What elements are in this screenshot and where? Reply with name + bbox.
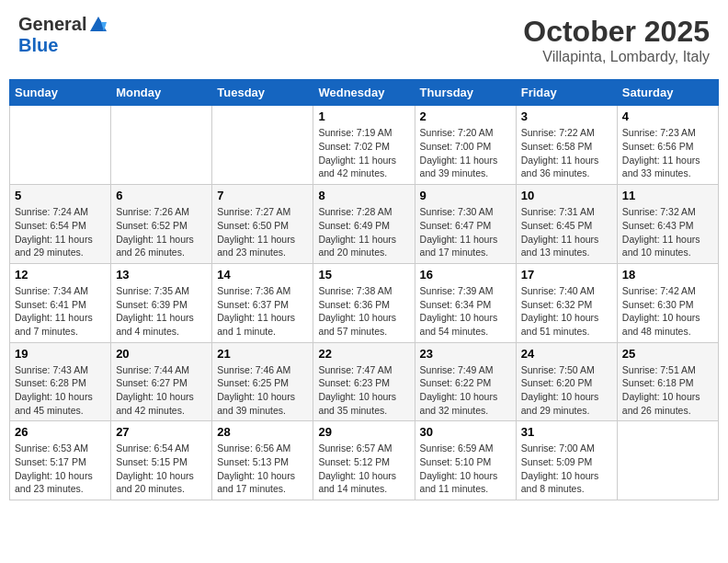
calendar-cell: 13Sunrise: 7:35 AMSunset: 6:39 PMDayligh…	[111, 263, 212, 342]
calendar-week-row: 12Sunrise: 7:34 AMSunset: 6:41 PMDayligh…	[10, 263, 719, 342]
weekday-header: Thursday	[415, 80, 516, 106]
calendar-cell: 31Sunrise: 7:00 AMSunset: 5:09 PMDayligh…	[516, 421, 617, 500]
weekday-header-row: SundayMondayTuesdayWednesdayThursdayFrid…	[10, 80, 719, 106]
calendar-cell: 27Sunrise: 6:54 AMSunset: 5:15 PMDayligh…	[111, 421, 212, 500]
day-number: 23	[420, 347, 511, 361]
day-number: 19	[15, 347, 106, 361]
day-number: 30	[420, 425, 511, 439]
day-number: 28	[217, 425, 308, 439]
logo: General Blue	[18, 14, 108, 56]
calendar-cell: 19Sunrise: 7:43 AMSunset: 6:28 PMDayligh…	[10, 342, 111, 421]
calendar: SundayMondayTuesdayWednesdayThursdayFrid…	[9, 79, 719, 500]
weekday-header: Friday	[516, 80, 617, 106]
calendar-cell: 23Sunrise: 7:49 AMSunset: 6:22 PMDayligh…	[415, 342, 516, 421]
day-info: Sunrise: 7:31 AMSunset: 6:45 PMDaylight:…	[521, 205, 612, 259]
weekday-header: Monday	[111, 80, 212, 106]
day-number: 16	[420, 268, 511, 282]
calendar-cell: 26Sunrise: 6:53 AMSunset: 5:17 PMDayligh…	[10, 421, 111, 500]
day-info: Sunrise: 7:38 AMSunset: 6:36 PMDaylight:…	[318, 284, 409, 339]
calendar-cell: 20Sunrise: 7:44 AMSunset: 6:27 PMDayligh…	[111, 342, 212, 421]
day-info: Sunrise: 7:19 AMSunset: 7:02 PMDaylight:…	[318, 126, 409, 180]
calendar-cell: 4Sunrise: 7:23 AMSunset: 6:56 PMDaylight…	[617, 106, 718, 185]
calendar-cell	[212, 106, 313, 185]
location-title: Villapinta, Lombardy, Italy	[523, 49, 710, 65]
day-number: 24	[521, 347, 612, 361]
day-info: Sunrise: 7:22 AMSunset: 6:58 PMDaylight:…	[521, 126, 612, 180]
day-info: Sunrise: 7:50 AMSunset: 6:20 PMDaylight:…	[521, 363, 612, 418]
day-number: 17	[521, 268, 612, 282]
day-number: 31	[521, 425, 612, 439]
calendar-body: 1Sunrise: 7:19 AMSunset: 7:02 PMDaylight…	[10, 106, 719, 500]
calendar-cell: 24Sunrise: 7:50 AMSunset: 6:20 PMDayligh…	[516, 342, 617, 421]
calendar-cell: 6Sunrise: 7:26 AMSunset: 6:52 PMDaylight…	[111, 185, 212, 264]
day-number: 2	[420, 109, 511, 123]
calendar-cell: 28Sunrise: 6:56 AMSunset: 5:13 PMDayligh…	[212, 421, 313, 500]
day-number: 12	[15, 268, 106, 282]
day-info: Sunrise: 6:56 AMSunset: 5:13 PMDaylight:…	[217, 442, 308, 496]
day-number: 5	[15, 189, 106, 202]
day-number: 15	[318, 268, 409, 282]
day-number: 8	[318, 189, 409, 202]
day-number: 20	[116, 347, 207, 361]
weekday-header: Sunday	[10, 80, 111, 106]
day-number: 1	[318, 109, 409, 123]
day-number: 6	[116, 189, 207, 202]
day-number: 27	[116, 425, 207, 439]
day-number: 29	[318, 425, 409, 439]
calendar-cell: 3Sunrise: 7:22 AMSunset: 6:58 PMDaylight…	[516, 106, 617, 185]
calendar-week-row: 19Sunrise: 7:43 AMSunset: 6:28 PMDayligh…	[10, 342, 719, 421]
day-info: Sunrise: 7:30 AMSunset: 6:47 PMDaylight:…	[420, 205, 511, 259]
day-number: 22	[318, 347, 409, 361]
calendar-cell: 7Sunrise: 7:27 AMSunset: 6:50 PMDaylight…	[212, 185, 313, 264]
weekday-header: Saturday	[617, 80, 718, 106]
calendar-cell: 8Sunrise: 7:28 AMSunset: 6:49 PMDaylight…	[313, 185, 415, 264]
calendar-cell	[617, 421, 718, 500]
calendar-cell: 2Sunrise: 7:20 AMSunset: 7:00 PMDaylight…	[415, 106, 516, 185]
calendar-cell: 15Sunrise: 7:38 AMSunset: 6:36 PMDayligh…	[313, 263, 415, 342]
calendar-cell: 1Sunrise: 7:19 AMSunset: 7:02 PMDaylight…	[313, 106, 415, 185]
day-info: Sunrise: 7:46 AMSunset: 6:25 PMDaylight:…	[217, 363, 308, 418]
day-info: Sunrise: 7:47 AMSunset: 6:23 PMDaylight:…	[318, 363, 409, 418]
calendar-week-row: 26Sunrise: 6:53 AMSunset: 5:17 PMDayligh…	[10, 421, 719, 500]
day-info: Sunrise: 7:26 AMSunset: 6:52 PMDaylight:…	[116, 205, 207, 259]
day-info: Sunrise: 6:53 AMSunset: 5:17 PMDaylight:…	[15, 442, 106, 496]
day-number: 10	[521, 189, 612, 202]
day-info: Sunrise: 6:57 AMSunset: 5:12 PMDaylight:…	[318, 442, 409, 496]
calendar-week-row: 5Sunrise: 7:24 AMSunset: 6:54 PMDaylight…	[10, 185, 719, 264]
day-info: Sunrise: 7:42 AMSunset: 6:30 PMDaylight:…	[622, 284, 713, 339]
calendar-cell: 30Sunrise: 6:59 AMSunset: 5:10 PMDayligh…	[415, 421, 516, 500]
day-info: Sunrise: 7:35 AMSunset: 6:39 PMDaylight:…	[116, 284, 207, 339]
day-number: 11	[622, 189, 713, 202]
day-info: Sunrise: 7:43 AMSunset: 6:28 PMDaylight:…	[15, 363, 106, 418]
calendar-cell: 9Sunrise: 7:30 AMSunset: 6:47 PMDaylight…	[415, 185, 516, 264]
logo-general-text: General	[18, 14, 86, 35]
day-info: Sunrise: 7:39 AMSunset: 6:34 PMDaylight:…	[420, 284, 511, 339]
calendar-cell: 22Sunrise: 7:47 AMSunset: 6:23 PMDayligh…	[313, 342, 415, 421]
day-number: 7	[217, 189, 308, 202]
calendar-cell: 17Sunrise: 7:40 AMSunset: 6:32 PMDayligh…	[516, 263, 617, 342]
day-number: 21	[217, 347, 308, 361]
header: General Blue October 2025 Villapinta, Lo…	[9, 9, 719, 70]
day-number: 18	[622, 268, 713, 282]
calendar-cell: 5Sunrise: 7:24 AMSunset: 6:54 PMDaylight…	[10, 185, 111, 264]
calendar-cell	[10, 106, 111, 185]
weekday-header: Wednesday	[313, 80, 415, 106]
calendar-cell: 29Sunrise: 6:57 AMSunset: 5:12 PMDayligh…	[313, 421, 415, 500]
logo-icon	[88, 15, 108, 35]
day-info: Sunrise: 7:28 AMSunset: 6:49 PMDaylight:…	[318, 205, 409, 259]
day-info: Sunrise: 7:49 AMSunset: 6:22 PMDaylight:…	[420, 363, 511, 418]
day-number: 4	[622, 109, 713, 123]
calendar-cell: 14Sunrise: 7:36 AMSunset: 6:37 PMDayligh…	[212, 263, 313, 342]
day-number: 13	[116, 268, 207, 282]
calendar-week-row: 1Sunrise: 7:19 AMSunset: 7:02 PMDaylight…	[10, 106, 719, 185]
calendar-cell: 12Sunrise: 7:34 AMSunset: 6:41 PMDayligh…	[10, 263, 111, 342]
day-info: Sunrise: 7:20 AMSunset: 7:00 PMDaylight:…	[420, 126, 511, 180]
day-info: Sunrise: 7:36 AMSunset: 6:37 PMDaylight:…	[217, 284, 308, 339]
calendar-cell	[111, 106, 212, 185]
logo-blue-text: Blue	[18, 35, 58, 56]
calendar-cell: 16Sunrise: 7:39 AMSunset: 6:34 PMDayligh…	[415, 263, 516, 342]
day-number: 14	[217, 268, 308, 282]
calendar-cell: 18Sunrise: 7:42 AMSunset: 6:30 PMDayligh…	[617, 263, 718, 342]
day-info: Sunrise: 7:44 AMSunset: 6:27 PMDaylight:…	[116, 363, 207, 418]
day-number: 9	[420, 189, 511, 202]
